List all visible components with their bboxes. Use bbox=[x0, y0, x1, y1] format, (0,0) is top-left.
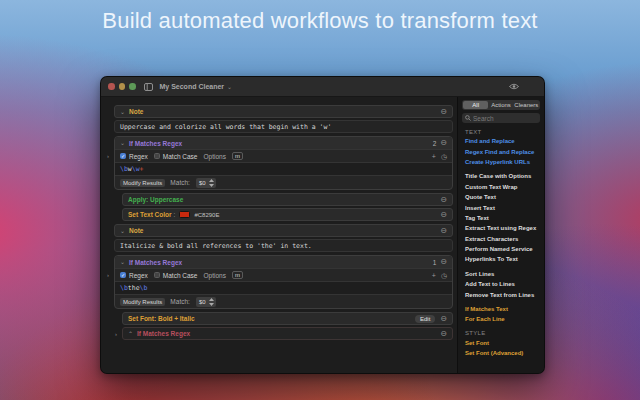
set-font-row[interactable]: Set Font: Bold + Italic Edit ⊖ bbox=[122, 312, 453, 325]
regex-flag-chip[interactable]: m bbox=[232, 152, 243, 160]
sidebar-item-custom-text-wrap[interactable]: Custom Text Wrap bbox=[458, 182, 544, 192]
regex-token: the bbox=[128, 284, 140, 292]
modify-results-row: Modify Results Match: $0 bbox=[115, 176, 452, 189]
preview-eye-icon[interactable] bbox=[509, 83, 519, 90]
workflow-canvas: ⌄ Note ⊖ Uppercase and colorize all word… bbox=[101, 97, 457, 374]
drag-handle-icon[interactable]: › bbox=[107, 153, 109, 159]
match-case-checkbox[interactable] bbox=[154, 153, 160, 159]
group-header[interactable]: ⌄ If Matches Regex 2 ⊖ bbox=[115, 137, 452, 150]
add-icon[interactable]: + bbox=[432, 153, 436, 160]
sidebar-item-if-matches-text[interactable]: If Matches Text bbox=[458, 304, 544, 314]
note-label: Note bbox=[129, 227, 143, 234]
remove-icon[interactable]: ⊖ bbox=[440, 211, 447, 219]
remove-icon[interactable]: ⊖ bbox=[440, 227, 447, 235]
sidebar-item-title-case-with-options[interactable]: Title Case with Options bbox=[458, 171, 544, 181]
stepper-arrows-icon[interactable] bbox=[209, 298, 214, 306]
close-window-button[interactable] bbox=[108, 83, 115, 90]
note-text-1[interactable]: Uppercase and colorize all words that be… bbox=[114, 120, 453, 133]
tab-actions[interactable]: Actions bbox=[488, 101, 513, 109]
note-row-2[interactable]: ⌄ Note ⊖ bbox=[114, 224, 453, 237]
match-stepper[interactable]: $0 bbox=[196, 297, 216, 307]
sidebar-item-extract-text-using-regex[interactable]: Extract Text using Regex bbox=[458, 223, 544, 233]
history-clock-icon[interactable]: ◷ bbox=[441, 272, 447, 279]
sidebar-item-set-font-advanced[interactable]: Set Font (Advanced) bbox=[458, 348, 544, 358]
regex-token: \b bbox=[120, 284, 128, 292]
sidebar-item-add-text-to-lines[interactable]: Add Text to Lines bbox=[458, 279, 544, 289]
note-label: Note bbox=[129, 108, 143, 115]
match-case-checkbox[interactable] bbox=[154, 272, 160, 278]
group-header[interactable]: ⌄ If Matches Regex 1 ⊖ bbox=[115, 256, 452, 269]
note-text-2[interactable]: Italicize & bold all references to 'the'… bbox=[114, 239, 453, 252]
chevron-down-icon[interactable]: ⌄ bbox=[120, 259, 125, 265]
sidebar-toggle-icon[interactable] bbox=[144, 83, 153, 91]
regex-pattern-input[interactable]: \bw\w+ bbox=[115, 163, 452, 176]
note-text: Italicize & bold all references to 'the'… bbox=[120, 242, 312, 250]
chevron-down-icon[interactable]: ⌄ bbox=[120, 140, 125, 146]
remove-icon[interactable]: ⊖ bbox=[440, 139, 447, 147]
window-title[interactable]: My Second Cleaner bbox=[160, 83, 225, 90]
note-text: Uppercase and colorize all words that be… bbox=[120, 123, 331, 131]
sidebar-item-set-font[interactable]: Set Font bbox=[458, 338, 544, 348]
minimize-window-button[interactable] bbox=[119, 83, 126, 90]
sidebar-item-quote-text[interactable]: Quote Text bbox=[458, 192, 544, 202]
regex-flag-chip[interactable]: m bbox=[232, 271, 243, 279]
stepper-arrows-icon[interactable] bbox=[209, 179, 214, 187]
search-icon bbox=[465, 115, 471, 121]
sidebar-item-extract-characters[interactable]: Extract Characters bbox=[458, 234, 544, 244]
title-chevron-icon[interactable]: ⌄ bbox=[227, 83, 232, 90]
sidebar-item-remove-text-from-lines[interactable]: Remove Text from Lines bbox=[458, 289, 544, 299]
add-icon[interactable]: + bbox=[432, 272, 436, 279]
sidebar-item-create-hyperlink-urls[interactable]: Create Hyperlink URLs bbox=[458, 157, 544, 167]
tab-cleaners[interactable]: Cleaners bbox=[514, 101, 539, 109]
apply-uppercase-row[interactable]: Apply: Uppercase ⊖ bbox=[122, 193, 453, 206]
check-icon: ✓ bbox=[121, 273, 125, 278]
search-input[interactable] bbox=[473, 115, 537, 122]
sidebar-item-insert-text[interactable]: Insert Text bbox=[458, 202, 544, 212]
regex-token: \b bbox=[120, 165, 128, 173]
sidebar-item-perform-named-service[interactable]: Perform Named Service bbox=[458, 244, 544, 254]
remove-icon[interactable]: ⊖ bbox=[440, 330, 447, 338]
modify-results-button[interactable]: Modify Results bbox=[120, 298, 165, 306]
remove-icon[interactable]: ⊖ bbox=[440, 196, 447, 204]
remove-icon[interactable]: ⊖ bbox=[440, 258, 447, 266]
zoom-window-button[interactable] bbox=[129, 83, 136, 90]
sidebar-item-for-each-line[interactable]: For Each Line bbox=[458, 314, 544, 324]
app-window: My Second Cleaner ⌄ ⌄ Note ⊖ Uppercase a… bbox=[100, 76, 545, 374]
match-value: $0 bbox=[199, 180, 206, 186]
if-matches-regex-group-1: › ⌄ If Matches Regex 2 ⊖ ✓ Regex Match C… bbox=[114, 136, 453, 190]
match-label: Match: bbox=[170, 298, 190, 305]
remove-icon[interactable]: ⊖ bbox=[440, 108, 447, 116]
modify-results-button[interactable]: Modify Results bbox=[120, 179, 165, 187]
sidebar-item-tag-text[interactable]: Tag Text bbox=[458, 213, 544, 223]
sidebar-item-find-and-replace[interactable]: Find and Replace bbox=[458, 136, 544, 146]
color-swatch[interactable] bbox=[179, 211, 190, 218]
history-clock-icon[interactable]: ◷ bbox=[441, 153, 447, 160]
sidebar-item-sort-lines[interactable]: Sort Lines bbox=[458, 269, 544, 279]
match-case-label: Match Case bbox=[163, 153, 198, 160]
edit-button[interactable]: Edit bbox=[415, 315, 435, 323]
collapsed-if-matches-regex-row[interactable]: › ⌃ If Matches Regex ⊖ bbox=[122, 327, 453, 340]
sidebar-item-hyperlinks-to-text[interactable]: Hyperlinks To Text bbox=[458, 254, 544, 264]
set-text-color-row[interactable]: Set Text Color : #C8290E ⊖ bbox=[122, 208, 453, 221]
regex-checkbox[interactable]: ✓ bbox=[120, 153, 126, 159]
regex-checkbox[interactable]: ✓ bbox=[120, 272, 126, 278]
match-stepper[interactable]: $0 bbox=[196, 178, 216, 188]
separator: : bbox=[174, 211, 176, 218]
drag-handle-icon[interactable]: › bbox=[115, 331, 117, 337]
modify-results-row: Modify Results Match: $0 bbox=[115, 295, 452, 308]
group-title: If Matches Regex bbox=[137, 330, 190, 337]
sidebar-search[interactable] bbox=[462, 113, 540, 123]
check-icon: ✓ bbox=[121, 154, 125, 159]
drag-handle-icon[interactable]: › bbox=[107, 272, 109, 278]
sidebar-section-style: STYLE bbox=[458, 329, 544, 338]
note-row-1[interactable]: ⌄ Note ⊖ bbox=[114, 105, 453, 118]
sidebar-item-regex-find-and-replace[interactable]: Regex Find and Replace bbox=[458, 146, 544, 156]
tab-all[interactable]: All bbox=[463, 101, 488, 109]
regex-options-row: ✓ Regex Match Case Options m + ◷ bbox=[115, 150, 452, 163]
regex-token: \b bbox=[140, 284, 148, 292]
remove-icon[interactable]: ⊖ bbox=[440, 315, 447, 323]
chevron-down-icon[interactable]: ⌄ bbox=[120, 228, 125, 234]
chevron-up-icon[interactable]: ⌃ bbox=[128, 331, 133, 337]
chevron-down-icon[interactable]: ⌄ bbox=[120, 109, 125, 115]
regex-pattern-input[interactable]: \bthe\b bbox=[115, 282, 452, 295]
